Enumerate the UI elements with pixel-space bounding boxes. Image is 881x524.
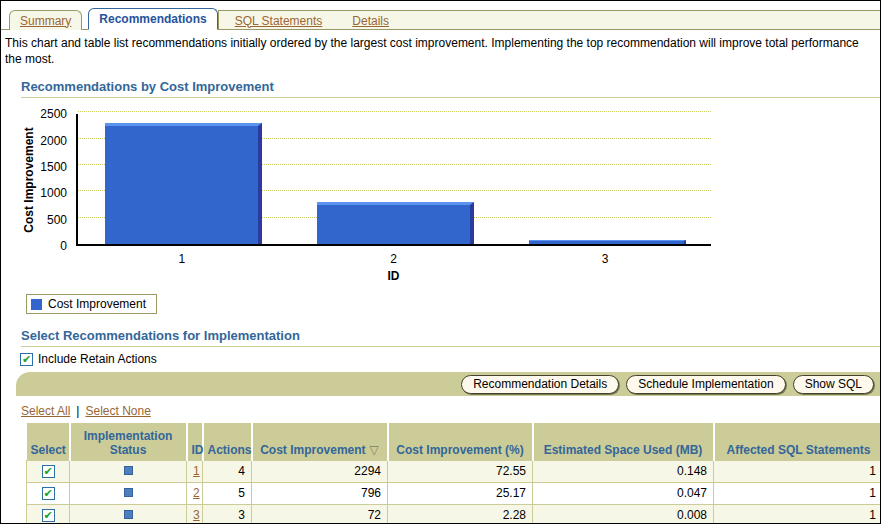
tab-summary[interactable]: Summary: [9, 10, 82, 30]
estimated-space-value: 0.047: [533, 482, 714, 504]
chart-y-tick-label: 2000: [1, 134, 67, 148]
chart-section-title: Recommendations by Cost Improvement: [21, 79, 880, 94]
cost-improvement-value: 796: [252, 482, 388, 504]
column-header-affected-sql-statements[interactable]: Affected SQL Statements: [714, 423, 881, 460]
column-header-estimated-space-used-mb[interactable]: Estimated Space Used (MB): [533, 423, 714, 460]
checkbox-check-icon: ✔: [22, 354, 31, 365]
column-header-actions[interactable]: Actions: [203, 423, 252, 460]
select-links-separator: |: [76, 404, 79, 418]
page-description: This chart and table list recommendation…: [5, 36, 873, 67]
column-header-label: Estimated Space Used (MB): [544, 443, 703, 457]
affected-sql-value: 1: [714, 482, 881, 504]
row-select-checkbox[interactable]: ✔: [42, 487, 55, 500]
chart-bar: [529, 240, 686, 244]
row-select-checkbox[interactable]: ✔: [42, 465, 55, 478]
chart-x-axis-title: ID: [354, 269, 434, 283]
legend-swatch-icon: [31, 299, 42, 310]
table-header: SelectImplementation StatusIDActionsCost…: [27, 423, 881, 460]
tab-strip: SQL Statements Details: [218, 10, 880, 30]
include-retain-row: ✔ Include Retain Actions: [20, 352, 880, 366]
cost-improvement-pct-value: 2.28: [388, 504, 533, 524]
select-all-link[interactable]: Select All: [21, 404, 70, 418]
bar-chart: Cost Improvement 05001000150020002500123…: [1, 104, 880, 292]
checkbox-check-icon: ✔: [43, 466, 52, 477]
action-toolbar: Recommendation Details Schedule Implemen…: [16, 372, 880, 396]
cost-improvement-value: 2294: [252, 460, 388, 482]
checkbox-check-icon: ✔: [43, 488, 52, 499]
column-header-label: Select: [31, 443, 66, 457]
select-section-rule: [21, 346, 880, 347]
column-header-label: Cost Improvement: [260, 443, 365, 457]
implementation-status-icon: [124, 488, 133, 497]
actions-value: 3: [203, 504, 252, 524]
include-retain-checkbox[interactable]: ✔: [20, 353, 33, 366]
select-section-title: Select Recommendations for Implementatio…: [21, 328, 880, 343]
tab-bar: Summary Recommendations SQL Statements D…: [1, 8, 880, 30]
column-header-id[interactable]: ID: [187, 423, 203, 460]
chart-bar: [105, 123, 262, 244]
select-none-link[interactable]: Select None: [85, 404, 150, 418]
chart-x-tick-label: 1: [137, 252, 227, 266]
show-sql-button[interactable]: Show SQL: [793, 375, 874, 394]
cost-improvement-value: 72: [252, 504, 388, 524]
tab-recommendations[interactable]: Recommendations: [88, 8, 217, 30]
affected-sql-value: 1: [714, 460, 881, 482]
column-header-label: Affected SQL Statements: [727, 443, 871, 457]
tab-details[interactable]: Details: [352, 14, 389, 28]
chart-x-tick-label: 3: [560, 252, 650, 266]
cost-improvement-pct-value: 25.17: [388, 482, 533, 504]
recommendation-id-link[interactable]: 2: [193, 486, 200, 500]
actions-value: 4: [203, 460, 252, 482]
page: Summary Recommendations SQL Statements D…: [0, 0, 881, 524]
actions-value: 5: [203, 482, 252, 504]
table-row: ✔33722.280.0081: [27, 504, 881, 524]
chart-y-tick-label: 2500: [1, 107, 67, 121]
implementation-status-icon: [124, 510, 133, 519]
recommendation-id-link[interactable]: 3: [193, 508, 200, 522]
select-links: Select All|Select None: [21, 404, 880, 418]
implementation-status-icon: [124, 466, 133, 475]
chart-y-tick-label: 500: [1, 213, 67, 227]
tab-sql-statements[interactable]: SQL Statements: [235, 14, 323, 28]
sort-desc-icon: ▽: [370, 443, 379, 457]
column-header-cost-improvement[interactable]: Cost Improvement (%): [388, 423, 533, 460]
table-row: ✔2579625.170.0471: [27, 482, 881, 504]
column-header-implementation-status[interactable]: Implementation Status: [70, 423, 187, 460]
affected-sql-value: 1: [714, 504, 881, 524]
chart-y-tick-label: 1000: [1, 186, 67, 200]
checkbox-check-icon: ✔: [43, 510, 52, 521]
tab-recommendations-label: Recommendations: [99, 12, 206, 26]
column-header-label: ID: [192, 443, 204, 457]
chart-plot: [76, 114, 711, 246]
estimated-space-value: 0.008: [533, 504, 714, 524]
table-row: ✔14229472.550.1481: [27, 460, 881, 482]
recommendations-table: SelectImplementation StatusIDActionsCost…: [26, 423, 881, 524]
chart-y-tick-label: 1500: [1, 160, 67, 174]
recommendation-details-button[interactable]: Recommendation Details: [461, 375, 619, 394]
estimated-space-value: 0.148: [533, 460, 714, 482]
chart-section-rule: [21, 97, 880, 98]
recommendation-id-link[interactable]: 1: [193, 464, 200, 478]
chart-y-tick-label: 0: [1, 239, 67, 253]
chart-x-tick-label: 2: [349, 252, 439, 266]
column-header-select[interactable]: Select: [27, 423, 70, 460]
column-header-label: Actions: [208, 443, 252, 457]
schedule-implementation-button[interactable]: Schedule Implementation: [626, 375, 785, 394]
chart-legend: Cost Improvement: [26, 294, 157, 314]
cost-improvement-pct-value: 72.55: [388, 460, 533, 482]
column-header-label: Implementation Status: [84, 429, 173, 457]
tab-summary-label[interactable]: Summary: [20, 14, 71, 28]
row-select-checkbox[interactable]: ✔: [42, 509, 55, 522]
column-header-label: Cost Improvement (%): [396, 443, 523, 457]
chart-bar: [317, 202, 474, 244]
chart-gridline: [78, 111, 711, 112]
include-retain-label: Include Retain Actions: [38, 352, 157, 366]
column-header-cost-improvement[interactable]: Cost Improvement▽: [252, 423, 388, 460]
legend-label: Cost Improvement: [48, 297, 146, 311]
